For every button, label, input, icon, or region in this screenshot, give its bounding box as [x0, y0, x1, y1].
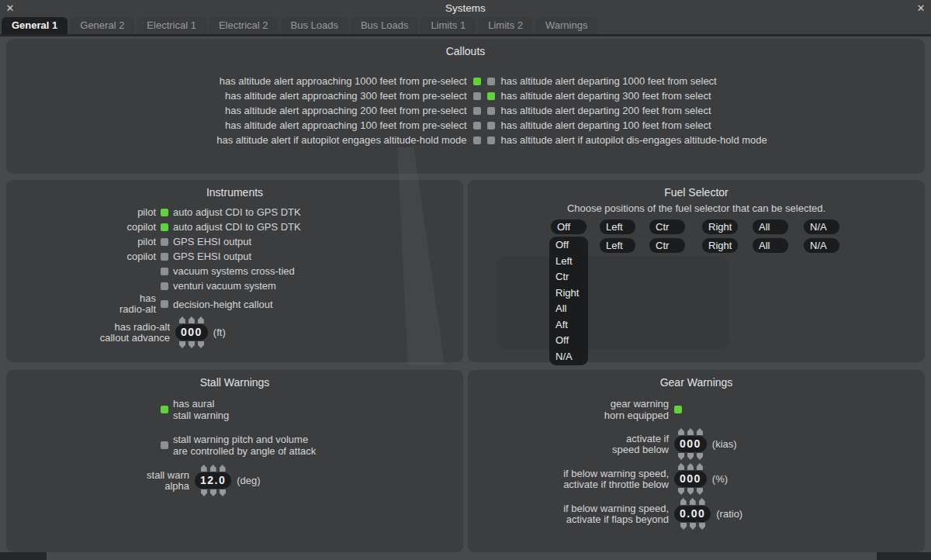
callout-left-checkbox[interactable] — [473, 122, 481, 130]
number-stepper: 12.0 — [195, 465, 231, 496]
stepper-up-arrows[interactable] — [678, 428, 703, 435]
fuel-position-button[interactable]: Off — [551, 220, 587, 234]
dropdown-item[interactable]: Aft — [549, 317, 588, 334]
fuel-position-button[interactable]: Right — [702, 220, 738, 234]
radio-alt-callout-advance: has radio-alt callout advance 000 (ft) — [6, 316, 463, 348]
fuel-position-button[interactable]: All — [753, 238, 788, 253]
gear-flaps-beyond: if below warning speed, activate if flap… — [468, 498, 925, 530]
fuel-position-button[interactable]: Ctr — [649, 238, 685, 253]
callout-right-label: has altitude alert departing 1000 feet f… — [501, 75, 926, 87]
tab-electrical-1[interactable]: Electrical 1 — [137, 17, 206, 34]
callout-right-checkbox[interactable] — [487, 107, 495, 115]
row-text: has aural stall warning — [173, 398, 463, 421]
row-label: copilot — [6, 222, 156, 233]
callout-left-checkbox[interactable] — [473, 107, 481, 115]
stepper-down-arrows[interactable] — [680, 523, 705, 530]
instruments-rows: pilot auto adjust CDI to GPS DTK copilot… — [6, 205, 463, 315]
panel-title: Stall Warnings — [6, 370, 463, 389]
stepper-value[interactable]: 000 — [175, 324, 208, 340]
callout-left-label: has altitude alert approaching 300 feet … — [43, 90, 467, 102]
callout-right-checkbox[interactable] — [487, 92, 495, 100]
row-text: vacuum systems cross-tied — [173, 265, 463, 277]
checkbox[interactable] — [161, 406, 168, 413]
callouts-rows: has altitude alert approaching 1000 feet… — [6, 74, 925, 147]
dropdown-item[interactable]: Off — [549, 333, 588, 349]
callout-right-checkbox[interactable] — [487, 122, 495, 130]
tab-limits-2[interactable]: Limits 2 — [478, 17, 533, 34]
callout-left-checkbox[interactable] — [473, 137, 481, 144]
row-label: pilot — [6, 207, 156, 218]
dropdown-item[interactable]: Right — [549, 285, 588, 302]
tab-limits-1[interactable]: Limits 1 — [421, 17, 476, 34]
callout-right-checkbox[interactable] — [487, 78, 495, 85]
stepper-unit: (kias) — [712, 438, 737, 450]
stepper-down-arrows[interactable] — [201, 489, 226, 496]
tab-bus-loads-2[interactable]: Bus Loads — [351, 17, 418, 34]
callout-left-checkbox[interactable] — [473, 92, 481, 100]
callout-left-label: has altitude alert approaching 1000 feet… — [43, 75, 467, 87]
callout-row: has altitude alert if autopilot engages … — [6, 133, 925, 147]
row-text: decision-height callout — [173, 299, 463, 310]
fuel-selector-panel: Fuel Selector Choose positions of the fu… — [468, 180, 925, 362]
stepper-value[interactable]: 12.0 — [195, 472, 231, 489]
close-icon[interactable]: ✕ — [912, 0, 929, 17]
stepper-value[interactable]: 000 — [674, 436, 707, 452]
panel-title: Fuel Selector — [468, 180, 925, 199]
dropdown-item[interactable]: Off — [549, 237, 588, 254]
callout-left-label: has altitude alert approaching 100 feet … — [43, 119, 467, 131]
fuel-position-button[interactable]: N/A — [804, 238, 839, 253]
instrument-row: pilot auto adjust CDI to GPS DTK — [6, 205, 463, 220]
instrument-row: copilot auto adjust CDI to GPS DTK — [6, 220, 463, 234]
checkbox[interactable] — [161, 209, 168, 216]
window-title: Systems — [0, 0, 931, 17]
instrument-row: has radio-alt decision-height callout — [6, 293, 463, 315]
checkbox[interactable] — [161, 300, 168, 308]
stepper-down-arrows[interactable] — [678, 453, 703, 460]
callout-left-checkbox[interactable] — [473, 78, 481, 85]
callout-right-label: has altitude alert departing 200 feet fr… — [501, 105, 926, 116]
row-label: copilot — [6, 251, 156, 262]
stepper-label: has radio-alt callout advance — [6, 322, 170, 344]
stepper-value[interactable]: 000 — [674, 471, 707, 487]
stepper-value[interactable]: 0.00 — [674, 506, 711, 522]
fuel-position-button[interactable]: Left — [600, 220, 635, 234]
fuel-position-button[interactable]: Left — [600, 238, 635, 253]
fuel-position-button[interactable]: Right — [702, 238, 738, 253]
tab-bus-loads-1[interactable]: Bus Loads — [281, 17, 348, 34]
checkbox[interactable] — [161, 253, 168, 261]
dropdown-item[interactable]: Left — [549, 254, 588, 270]
stepper-up-arrows[interactable] — [680, 498, 705, 505]
checkbox[interactable] — [161, 223, 168, 231]
stepper-up-arrows[interactable] — [201, 465, 226, 472]
callout-right-label: has altitude alert departing 100 feet fr… — [501, 119, 926, 131]
checkbox[interactable] — [161, 268, 168, 275]
tab-general-1[interactable]: General 1 — [2, 17, 67, 34]
fuel-selector-instruction: Choose positions of the fuel selector th… — [468, 202, 925, 214]
checkbox[interactable] — [161, 238, 168, 246]
row-label: gear warning horn equipped — [468, 398, 669, 421]
stepper-up-arrows[interactable] — [179, 316, 204, 323]
stepper-label: if below warning speed, activate if thro… — [468, 468, 669, 490]
dropdown-item[interactable]: Ctr — [549, 269, 588, 285]
stall-warning-row: stall warning pitch and volume are contr… — [6, 434, 463, 457]
stepper-up-arrows[interactable] — [678, 463, 703, 470]
dropdown-item[interactable]: N/A — [549, 349, 588, 365]
checkbox[interactable] — [161, 441, 168, 449]
row-text: auto adjust CDI to GPS DTK — [173, 221, 463, 233]
tab-warnings[interactable]: Warnings — [535, 17, 597, 34]
fuel-position-button[interactable]: All — [753, 220, 788, 234]
instruments-panel: Instruments pilot auto adjust CDI to GPS… — [6, 180, 463, 362]
callout-right-checkbox[interactable] — [487, 137, 495, 144]
checkbox[interactable] — [161, 282, 168, 290]
callout-right-label: has altitude alert if autopilot dis-enga… — [501, 134, 926, 146]
tab-electrical-2[interactable]: Electrical 2 — [209, 17, 279, 34]
fuel-position-button[interactable]: N/A — [804, 220, 839, 234]
fuel-position-button[interactable]: Ctr — [649, 220, 685, 234]
tab-general-2[interactable]: General 2 — [70, 17, 134, 34]
stepper-down-arrows[interactable] — [179, 341, 204, 348]
gear-throttle-below: if below warning speed, activate if thro… — [468, 463, 925, 495]
checkbox[interactable] — [674, 406, 682, 413]
stepper-down-arrows[interactable] — [678, 488, 703, 495]
dropdown-item[interactable]: All — [549, 301, 588, 317]
callout-left-label: has altitude alert if autopilot engages … — [43, 134, 467, 146]
